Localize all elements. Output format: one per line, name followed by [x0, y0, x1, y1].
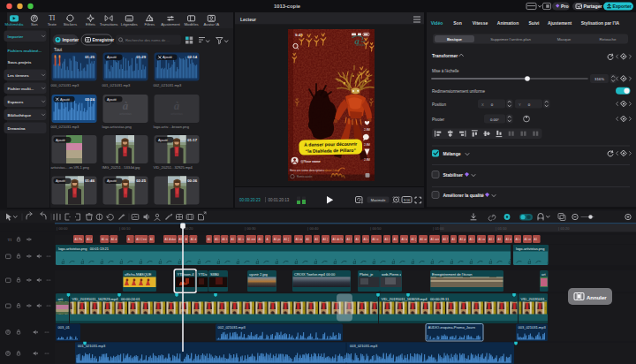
- svg-text:0.00°: 0.00°: [490, 118, 499, 122]
- svg-text:Les tiennes: Les tiennes: [8, 73, 30, 78]
- svg-text:Importer: Importer: [8, 34, 24, 39]
- svg-text:|: |: [307, 226, 308, 231]
- svg-text:Transitions: Transitions: [100, 22, 118, 27]
- svg-text:A1: A1: [534, 238, 538, 241]
- svg-text:316%: 316%: [594, 77, 604, 81]
- svg-text:|: |: [558, 226, 559, 231]
- svg-text:A1 no: A1 no: [102, 238, 109, 241]
- svg-text:SIIB0: SIIB0: [210, 272, 220, 277]
- svg-text:“la Diablada de Píllaro”: “la Diablada de Píllaro”: [306, 148, 357, 154]
- svg-text:2.8M: 2.8M: [364, 158, 370, 162]
- svg-text:YTDown-4: YTDown-4: [178, 272, 195, 277]
- svg-text:Stickers: Stickers: [64, 22, 77, 27]
- svg-text:003_01: 003_01: [58, 325, 71, 330]
- svg-text:Effets: Effets: [86, 22, 95, 27]
- svg-text:00:20: 00:20: [185, 226, 194, 231]
- svg-text:Stabiliser: Stabiliser: [443, 172, 464, 178]
- svg-text:logo-artivistas.png: logo-artivistas.png: [102, 125, 132, 129]
- svg-text:Ajouté: Ajouté: [56, 178, 65, 183]
- svg-text:Position: Position: [432, 102, 447, 107]
- svg-text:|: |: [245, 226, 246, 231]
- svg-text:Mélange: Mélange: [443, 151, 461, 156]
- svg-text:AUDIO-esquina-Promo_Journ: AUDIO-esquina-Promo_Journ: [428, 325, 475, 330]
- svg-text:Transformer: Transformer: [432, 53, 458, 58]
- svg-text:artivistas-...er-VR-1.png: artivistas-...er-VR-1.png: [51, 165, 90, 170]
- svg-text:CROIX Twelve.mp4 00:00: CROIX Twelve.mp4 00:00: [294, 272, 336, 277]
- svg-text:logo-artivistas.png 00:01:13: logo-artivistas.png 00:01:13:21: [58, 246, 110, 251]
- svg-text:afficha-MASQUE: afficha-MASQUE: [125, 272, 152, 277]
- svg-text:Ajouté: Ajouté: [158, 138, 168, 142]
- svg-text:Multimédia: Multimédia: [5, 22, 24, 27]
- svg-text:003_021031.mp3: 003_021031.mp3: [519, 325, 547, 330]
- svg-text:01:20: 01:20: [561, 226, 571, 231]
- svg-text:web-Pierre-w: web-Pierre-w: [382, 272, 403, 277]
- svg-text:Vidéo: Vidéo: [431, 20, 443, 26]
- svg-text:about #viral: about #viral: [325, 169, 340, 172]
- svg-text:00:10: 00:10: [122, 226, 132, 231]
- svg-text:Fichier multi...: Fichier multi...: [8, 87, 34, 91]
- svg-text:Suivi: Suivi: [529, 20, 541, 26]
- svg-text:00:36: 00:36: [187, 178, 197, 183]
- svg-text:Améliorer la qualité: Améliorer la qualité: [443, 193, 485, 198]
- svg-text:|: |: [370, 226, 371, 231]
- svg-text:Retouche: Retouche: [600, 37, 617, 42]
- svg-text:Annuler: Annuler: [587, 295, 607, 300]
- svg-text:Vitesse: Vitesse: [473, 20, 488, 26]
- svg-text:Supprimer l'arrière-plan: Supprimer l'arrière-plan: [490, 37, 531, 42]
- svg-text:000_021031.mp3: 000_021031.mp3: [51, 83, 80, 87]
- svg-text:A1 di: A1 di: [111, 238, 117, 241]
- svg-text:VID_20191011_163659.mp4 00:0: VID_20191011_163659.mp4 00:00:28:11: [382, 297, 450, 301]
- svg-text:Importer: Importer: [63, 38, 80, 42]
- svg-text:00:00: 00:00: [59, 226, 69, 231]
- svg-text:Pivoter: Pivoter: [432, 118, 445, 122]
- svg-text:A1: A1: [307, 238, 310, 241]
- svg-text:Maximale: Maximale: [371, 198, 386, 202]
- svg-text:TI: TI: [49, 14, 56, 22]
- svg-text:Espaces: Espaces: [8, 100, 24, 104]
- svg-text:Y: Y: [519, 102, 521, 107]
- svg-text:Redimensionnement uniforme: Redimensionnement uniforme: [432, 89, 486, 94]
- svg-text:Ajustement: Ajustement: [548, 20, 572, 26]
- svg-text:A1 à: A1 à: [87, 238, 93, 241]
- svg-text:VID_20191011_1: VID_20191011_1: [521, 297, 549, 301]
- svg-text:01:29: 01:29: [136, 55, 146, 59]
- svg-text:A1 Po: A1 Po: [75, 238, 83, 241]
- svg-text:00:01:20:13: 00:01:20:13: [269, 198, 290, 202]
- svg-text:Légendes: Légendes: [121, 22, 138, 27]
- svg-text:9:16: 9:16: [404, 199, 410, 202]
- svg-text:Sous-projets: Sous-projets: [8, 60, 32, 64]
- svg-text:Filtres: Filtres: [145, 22, 155, 27]
- svg-text:Lecteur: Lecteur: [240, 17, 256, 22]
- svg-text:VID_20251...32925.mp4: VID_20251...32925.mp4: [154, 165, 193, 170]
- svg-text:A1: A1: [452, 238, 456, 241]
- svg-text:02:25: 02:25: [136, 178, 146, 183]
- svg-text:03:24: 03:24: [85, 97, 95, 102]
- svg-text:Mise à l'échelle: Mise à l'échelle: [432, 69, 459, 73]
- svg-text:à: à: [174, 99, 180, 112]
- svg-text:Animation: Animation: [497, 20, 519, 26]
- svg-text:artivistas: artivistas: [170, 112, 183, 116]
- svg-text:003_021031.mp3: 003_021031.mp3: [51, 125, 80, 129]
- svg-text:01:46: 01:46: [85, 178, 95, 183]
- svg-text:A1 [: A1 [: [284, 238, 290, 241]
- svg-text:A1 de l'a: A1 de l'a: [333, 238, 344, 241]
- svg-text:Exporter: Exporter: [613, 4, 632, 9]
- svg-text:001_021031.mp3: 001_021031.mp3: [102, 83, 132, 87]
- svg-text:Basique: Basique: [447, 37, 463, 42]
- svg-text:00:50: 00:50: [373, 226, 382, 231]
- svg-text:A1 lo: A1 lo: [402, 238, 408, 241]
- svg-text:2.8M: 2.8M: [364, 143, 370, 147]
- svg-text:1013-copie: 1013-copie: [274, 4, 301, 9]
- svg-text:VID_20191011_162923.mp4 00:0: VID_20191011_162923.mp4 00:00:24:01: [72, 297, 141, 301]
- svg-text:arti: arti: [58, 297, 64, 301]
- svg-text:à: à: [123, 99, 129, 112]
- svg-text:Masque: Masque: [557, 37, 572, 42]
- svg-text:Enregistrer: Enregistrer: [93, 38, 115, 42]
- svg-text:Son: Son: [453, 20, 461, 26]
- svg-text:003_021031.mp3: 003_021031.mp3: [350, 344, 378, 348]
- svg-text:Tout: Tout: [54, 48, 63, 52]
- svg-text:Here are some descriptions: Here are some descriptions: [290, 169, 324, 172]
- svg-text:Modèles: Modèles: [184, 22, 198, 27]
- svg-text:001_021031.mp3: 001_021031.mp3: [78, 344, 106, 348]
- svg-text:Ajustement: Ajustement: [161, 22, 180, 27]
